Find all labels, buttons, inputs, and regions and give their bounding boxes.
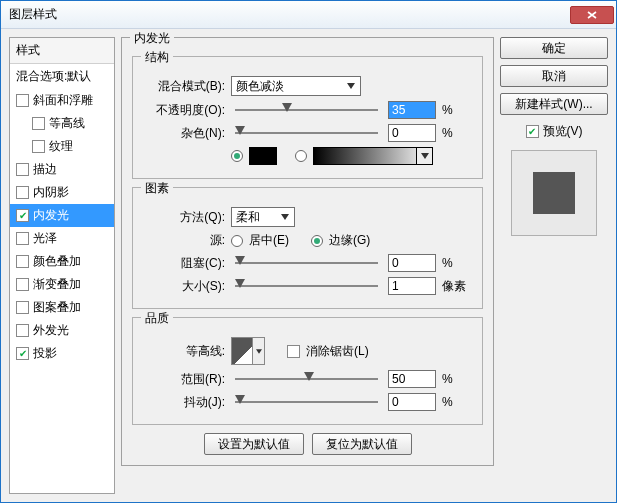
style-label: 内阴影	[33, 184, 69, 201]
noise-unit: %	[442, 126, 472, 140]
choke-label: 阻塞(C):	[143, 255, 225, 272]
style-item[interactable]: 内阴影	[10, 181, 114, 204]
blend-mode-label: 混合模式(B):	[143, 78, 225, 95]
style-checkbox[interactable]	[16, 232, 29, 245]
jitter-label: 抖动(J):	[143, 394, 225, 411]
noise-slider[interactable]	[235, 124, 378, 142]
style-item[interactable]: 斜面和浮雕	[10, 89, 114, 112]
source-center-radio[interactable]	[231, 235, 243, 247]
glow-gradient-well[interactable]	[313, 147, 433, 165]
make-default-button[interactable]: 设置为默认值	[204, 433, 304, 455]
styles-header: 样式	[10, 38, 114, 64]
range-label: 范围(R):	[143, 371, 225, 388]
layer-style-dialog: 图层样式 样式 混合选项:默认 斜面和浮雕等高线纹理描边内阴影内发光光泽颜色叠加…	[0, 0, 617, 503]
dialog-right-column: 确定 取消 新建样式(W)... 预览(V)	[500, 37, 608, 494]
style-checkbox[interactable]	[16, 209, 29, 222]
style-item[interactable]: 纹理	[10, 135, 114, 158]
style-checkbox[interactable]	[16, 324, 29, 337]
style-checkbox[interactable]	[16, 278, 29, 291]
style-label: 斜面和浮雕	[33, 92, 93, 109]
inner-glow-legend: 内发光	[130, 30, 174, 47]
preview-label: 预览(V)	[543, 123, 583, 140]
source-edge-radio[interactable]	[311, 235, 323, 247]
glow-color-well[interactable]	[249, 147, 277, 165]
style-label: 图案叠加	[33, 299, 81, 316]
choke-slider[interactable]	[235, 254, 378, 272]
style-label: 外发光	[33, 322, 69, 339]
style-label: 纹理	[49, 138, 73, 155]
style-item[interactable]: 投影	[10, 342, 114, 365]
preview-thumbnail	[511, 150, 597, 236]
antialias-checkbox[interactable]	[287, 345, 300, 358]
blend-options-row[interactable]: 混合选项:默认	[10, 64, 114, 89]
style-checkbox[interactable]	[16, 163, 29, 176]
style-checkbox[interactable]	[16, 301, 29, 314]
range-slider[interactable]	[235, 370, 378, 388]
style-checkbox[interactable]	[16, 186, 29, 199]
style-item[interactable]: 图案叠加	[10, 296, 114, 319]
style-item[interactable]: 颜色叠加	[10, 250, 114, 273]
chevron-down-icon[interactable]	[416, 148, 432, 164]
blend-mode-value: 颜色减淡	[236, 78, 284, 95]
style-item[interactable]: 光泽	[10, 227, 114, 250]
style-label: 渐变叠加	[33, 276, 81, 293]
technique-combo[interactable]: 柔和	[231, 207, 295, 227]
style-item[interactable]: 等高线	[10, 112, 114, 135]
style-item[interactable]: 内发光	[10, 204, 114, 227]
ok-button[interactable]: 确定	[500, 37, 608, 59]
color-type-solid-radio[interactable]	[231, 150, 243, 162]
style-item[interactable]: 渐变叠加	[10, 273, 114, 296]
range-unit: %	[442, 372, 472, 386]
style-label: 颜色叠加	[33, 253, 81, 270]
noise-label: 杂色(N):	[143, 125, 225, 142]
inner-glow-group: 内发光 结构 混合模式(B): 颜色减淡 不透明度(O): 35	[121, 37, 494, 466]
opacity-slider[interactable]	[235, 101, 378, 119]
size-label: 大小(S):	[143, 278, 225, 295]
style-label: 描边	[33, 161, 57, 178]
source-center-label: 居中(E)	[249, 232, 289, 249]
style-checkbox[interactable]	[32, 117, 45, 130]
elements-group: 图素 方法(Q): 柔和 源: 居中(E) 边缘(	[132, 187, 483, 309]
style-checkbox[interactable]	[16, 94, 29, 107]
opacity-input[interactable]: 35	[388, 101, 436, 119]
chevron-down-icon	[278, 210, 292, 224]
opacity-unit: %	[442, 103, 472, 117]
titlebar[interactable]: 图层样式	[1, 1, 616, 29]
noise-input[interactable]: 0	[388, 124, 436, 142]
range-input[interactable]: 50	[388, 370, 436, 388]
style-item[interactable]: 描边	[10, 158, 114, 181]
opacity-label: 不透明度(O):	[143, 102, 225, 119]
close-button[interactable]	[570, 6, 614, 24]
new-style-button[interactable]: 新建样式(W)...	[500, 93, 608, 115]
cancel-button[interactable]: 取消	[500, 65, 608, 87]
style-item[interactable]: 外发光	[10, 319, 114, 342]
antialias-label: 消除锯齿(L)	[306, 343, 369, 360]
chevron-down-icon	[344, 79, 358, 93]
structure-legend: 结构	[141, 49, 173, 66]
size-slider[interactable]	[235, 277, 378, 295]
chevron-down-icon[interactable]	[252, 338, 264, 364]
styles-list: 样式 混合选项:默认 斜面和浮雕等高线纹理描边内阴影内发光光泽颜色叠加渐变叠加图…	[9, 37, 115, 494]
choke-unit: %	[442, 256, 472, 270]
style-label: 等高线	[49, 115, 85, 132]
style-label: 投影	[33, 345, 57, 362]
source-label: 源:	[143, 232, 225, 249]
technique-value: 柔和	[236, 209, 260, 226]
jitter-input[interactable]: 0	[388, 393, 436, 411]
window-title: 图层样式	[9, 6, 570, 23]
jitter-unit: %	[442, 395, 472, 409]
contour-label: 等高线:	[143, 343, 225, 360]
effect-settings: 内发光 结构 混合模式(B): 颜色减淡 不透明度(O): 35	[121, 37, 494, 494]
style-checkbox[interactable]	[16, 347, 29, 360]
contour-picker[interactable]	[231, 337, 265, 365]
style-checkbox[interactable]	[16, 255, 29, 268]
jitter-slider[interactable]	[235, 393, 378, 411]
blend-mode-combo[interactable]: 颜色减淡	[231, 76, 361, 96]
choke-input[interactable]: 0	[388, 254, 436, 272]
style-checkbox[interactable]	[32, 140, 45, 153]
size-input[interactable]: 1	[388, 277, 436, 295]
technique-label: 方法(Q):	[143, 209, 225, 226]
reset-default-button[interactable]: 复位为默认值	[312, 433, 412, 455]
color-type-gradient-radio[interactable]	[295, 150, 307, 162]
preview-checkbox[interactable]	[526, 125, 539, 138]
